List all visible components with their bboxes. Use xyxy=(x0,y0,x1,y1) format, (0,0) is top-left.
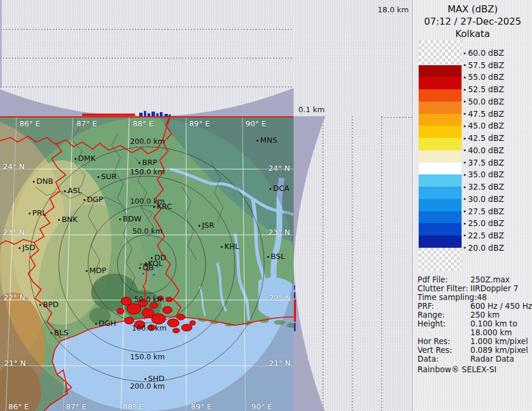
metadata-value: 0.089 km/pixel xyxy=(470,346,528,355)
scale-band xyxy=(419,260,462,272)
latitude-label: 23° N xyxy=(268,228,290,237)
range-ring-label: 50.0 km xyxy=(132,227,162,235)
scale-tick-arrow-icon: ▸ xyxy=(464,50,466,56)
scale-band xyxy=(419,163,462,175)
longitude-label: 90° E xyxy=(251,402,272,411)
scale-tick-arrow-icon: ▸ xyxy=(464,99,466,104)
city-dot-icon xyxy=(270,188,271,190)
city-dot-icon xyxy=(29,213,31,214)
city-code-label: DGP xyxy=(87,195,103,204)
min-height-label: 0.1 km xyxy=(298,105,325,114)
scale-band xyxy=(419,89,462,102)
metadata-row: PRF:600 Hz / 450 Hz xyxy=(417,302,434,311)
scale-tick-arrow-icon: ▸ xyxy=(464,184,466,190)
scale-tick-label: ▸27.5 dBZ xyxy=(464,207,504,216)
range-ring-label: 200.0 km xyxy=(130,382,164,390)
metadata-row: Range:250 km xyxy=(417,311,445,319)
city-code-label: ASL xyxy=(68,186,82,195)
metadata-row: Data:Radar Data xyxy=(417,355,439,363)
city-dot-icon xyxy=(221,246,223,248)
scale-band xyxy=(419,53,462,65)
scale-tick-text: 40.0 dBZ xyxy=(468,146,504,155)
scale-tick-label: ▸42.5 dBZ xyxy=(464,133,504,143)
city-code-label: SHD xyxy=(148,374,164,383)
scale-tick-label: ▸52.5 dBZ xyxy=(464,85,504,94)
scale-tick-label: ▸35.0 dBZ xyxy=(464,170,504,179)
city-code-label: DCA xyxy=(273,184,289,193)
scale-tick-text: 52.5 dBZ xyxy=(468,85,504,94)
scale-band xyxy=(419,199,462,211)
scale-tick-arrow-icon: ▸ xyxy=(464,172,466,177)
scale-tick-arrow-icon: ▸ xyxy=(464,75,466,80)
latitude-label: 22° N xyxy=(269,294,291,302)
city-code-label: KRC xyxy=(157,202,172,211)
longitude-label: 88° E xyxy=(123,402,143,411)
scale-band xyxy=(419,41,462,53)
scale-band xyxy=(419,126,462,138)
echo-projection-red xyxy=(82,114,135,116)
city-code-label: BLS xyxy=(54,328,68,337)
city-dot-icon xyxy=(75,158,76,160)
metadata-value: 250 km xyxy=(470,311,500,319)
scale-tick-text: 32.5 dBZ xyxy=(468,182,504,191)
scale-tick-text: 37.5 dBZ xyxy=(468,158,504,167)
scale-tick-label: ▸32.5 dBZ xyxy=(464,182,504,191)
city-code-label: BPD xyxy=(43,300,59,309)
scale-band xyxy=(419,235,462,248)
city-dot-icon xyxy=(58,219,60,221)
scale-tick-arrow-icon: ▸ xyxy=(464,62,466,68)
metadata-row: Hor Res:1.000 km/pixel xyxy=(417,337,450,346)
city-dot-icon xyxy=(139,267,141,269)
side-projection-graphic xyxy=(294,116,412,411)
city-code-label: DB xyxy=(143,263,154,272)
scale-tick-text: 25.0 dBZ xyxy=(468,218,504,228)
latitude-label: 21° N xyxy=(269,359,291,368)
scale-tick-text: 57.5 dBZ xyxy=(468,60,504,70)
metadata-value: Radar Data xyxy=(470,355,514,363)
metadata-value: IIRDoppler 7 xyxy=(470,284,518,293)
city-code-label: JSR xyxy=(202,221,214,230)
metadata-row: Height:0.100 km to xyxy=(417,319,446,328)
corner-block xyxy=(294,0,412,116)
metadata-value: 1.000 km/pixel xyxy=(470,337,528,346)
scale-tick-text: 20.0 dBZ xyxy=(468,243,504,252)
scale-band xyxy=(419,248,462,260)
product-datetime: 07:12 / 27-Dec-2025 xyxy=(413,16,532,27)
scale-tick-text: 22.5 dBZ xyxy=(468,231,504,240)
echo-side-red xyxy=(294,299,297,322)
latitude-label: 21° N xyxy=(4,359,26,368)
echo-projection-blue xyxy=(139,111,171,116)
scale-tick-arrow-icon: ▸ xyxy=(464,147,466,153)
metadata-row: Pdf File:250Z.max xyxy=(417,275,448,284)
range-ring-label: 200.0 km xyxy=(130,137,164,146)
scale-tick-text: 45.0 dBZ xyxy=(468,121,504,130)
scale-tick-arrow-icon: ▸ xyxy=(464,208,466,214)
latitude-label: 23° N xyxy=(3,228,25,237)
scale-band xyxy=(419,211,462,224)
city-code-label: SUR xyxy=(101,172,117,181)
city-code-label: DNB xyxy=(36,177,53,186)
city-dot-icon xyxy=(119,218,121,220)
city-dot-icon xyxy=(83,199,85,201)
city-code-label: PRL xyxy=(32,208,46,217)
city-code-label: BNK xyxy=(62,215,78,224)
scale-band xyxy=(419,223,462,235)
city-dot-icon xyxy=(33,181,35,183)
range-ring-label: 50.0 km xyxy=(134,295,164,304)
scale-tick-arrow-icon: ▸ xyxy=(464,111,466,116)
radar-product-window: 18.0 km 0.1 km MAX (dBZ) 07:12 / 27-Dec-… xyxy=(0,0,532,411)
scale-tick-arrow-icon: ▸ xyxy=(464,123,466,129)
city-code-label: DMK xyxy=(78,154,96,163)
scale-tick-text: 27.5 dBZ xyxy=(468,207,504,216)
scale-band xyxy=(419,150,462,163)
station-name: Kolkata xyxy=(413,28,532,39)
scale-tick-label: ▸37.5 dBZ xyxy=(464,158,504,167)
metadata-value: 250Z.max xyxy=(470,275,510,284)
city-code-label: BDW xyxy=(123,214,142,223)
brand-label: Rainbow® SELEX-SI xyxy=(417,365,496,374)
scale-tick-label: ▸30.0 dBZ xyxy=(464,194,504,204)
top-projection-panel xyxy=(0,0,294,116)
scale-tick-arrow-icon: ▸ xyxy=(464,136,466,141)
scale-tick-text: 30.0 dBZ xyxy=(468,194,504,204)
metadata-value: 0.100 km to xyxy=(470,319,517,328)
